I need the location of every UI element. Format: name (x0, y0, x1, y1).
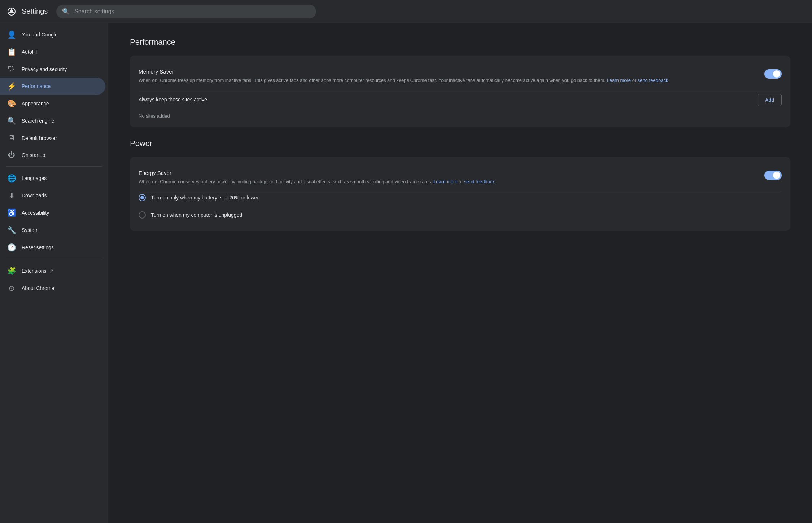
header: Settings 🔍 (0, 0, 812, 23)
energy-saver-text: Energy Saver When on, Chrome conserves b… (139, 170, 756, 185)
memory-saver-toggle-slider (764, 69, 782, 79)
energy-saver-row: Energy Saver When on, Chrome conserves b… (139, 164, 782, 192)
add-site-button[interactable]: Add (758, 94, 782, 106)
sidebar-item-reset-settings[interactable]: 🕐 Reset settings (0, 239, 105, 256)
sidebar-label: Extensions (22, 268, 46, 274)
always-keep-sites-title: Always keep these sites active (139, 97, 207, 102)
sidebar-divider-2 (6, 259, 102, 259)
search-engine-icon: 🔍 (7, 117, 16, 125)
always-keep-sites-section: Always keep these sites active Add No si… (139, 90, 782, 120)
sidebar-item-default-browser[interactable]: 🖥 Default browser (0, 129, 105, 146)
sidebar-label: Downloads (22, 193, 47, 198)
energy-saver-toggle[interactable] (764, 171, 782, 180)
sidebar-label: System (22, 227, 39, 233)
search-input[interactable] (74, 8, 310, 15)
sidebar-label: You and Google (22, 32, 58, 38)
svg-line-4 (8, 12, 10, 13)
sidebar-item-on-startup[interactable]: ⏻ On startup (0, 146, 105, 163)
svg-line-3 (13, 12, 15, 13)
reset-icon: 🕐 (7, 243, 16, 252)
sidebar: 👤 You and Google 📋 Autofill 🛡 Privacy an… (0, 23, 108, 523)
sidebar-item-search-engine[interactable]: 🔍 Search engine (0, 112, 105, 129)
on-startup-icon: ⏻ (7, 151, 16, 159)
default-browser-icon: 🖥 (7, 134, 16, 142)
sidebar-label: Appearance (22, 101, 49, 106)
memory-saver-learn-more-link[interactable]: Learn more (607, 78, 631, 83)
accessibility-icon: ♿ (7, 208, 16, 217)
autofill-icon: 📋 (7, 48, 16, 56)
layout: 👤 You and Google 📋 Autofill 🛡 Privacy an… (0, 23, 812, 523)
appearance-icon: 🎨 (7, 99, 16, 108)
main-content: Performance Memory Saver When on, Chrome… (108, 23, 812, 523)
power-section-title: Power (130, 139, 790, 148)
energy-saver-title: Energy Saver (139, 170, 756, 176)
system-icon: 🔧 (7, 226, 16, 234)
search-icon: 🔍 (62, 8, 70, 16)
sidebar-item-downloads[interactable]: ⬇ Downloads (0, 187, 105, 204)
person-icon: 👤 (7, 30, 16, 39)
energy-saver-radio-group: Turn on only when my battery is at 20% o… (139, 191, 782, 224)
sidebar-item-languages[interactable]: 🌐 Languages (0, 170, 105, 187)
chrome-logo-icon (6, 6, 17, 17)
radio-battery-20-label: Turn on only when my battery is at 20% o… (151, 195, 259, 201)
sidebar-item-about-chrome[interactable]: ⊙ About Chrome (0, 280, 105, 297)
power-card: Energy Saver When on, Chrome conserves b… (130, 157, 790, 231)
sidebar-divider (6, 166, 102, 167)
radio-battery-20-circle (139, 194, 146, 201)
sidebar-label: Privacy and security (22, 66, 67, 72)
sidebar-label: Languages (22, 175, 47, 181)
radio-unplugged-circle (139, 211, 146, 219)
sidebar-label: Search engine (22, 118, 54, 124)
downloads-icon: ⬇ (7, 191, 16, 200)
sidebar-label: On startup (22, 152, 45, 158)
sidebar-label: Default browser (22, 135, 57, 141)
logo: Settings (6, 6, 48, 17)
memory-saver-text: Memory Saver When on, Chrome frees up me… (139, 69, 756, 84)
search-bar: 🔍 (56, 5, 316, 18)
about-chrome-icon: ⊙ (7, 284, 16, 293)
performance-section-title: Performance (130, 38, 790, 47)
sidebar-item-system[interactable]: 🔧 System (0, 221, 105, 239)
energy-saver-learn-more-link[interactable]: Learn more (433, 179, 457, 184)
performance-icon: ⚡ (7, 82, 16, 91)
extensions-icon: 🧩 (7, 267, 16, 275)
shield-icon: 🛡 (7, 65, 16, 73)
sidebar-item-autofill[interactable]: 📋 Autofill (0, 43, 105, 61)
external-link-icon: ↗ (49, 268, 53, 274)
performance-card: Memory Saver When on, Chrome frees up me… (130, 56, 790, 127)
sidebar-label: Autofill (22, 49, 37, 55)
sites-section-header: Always keep these sites active Add (139, 90, 782, 107)
sidebar-item-appearance[interactable]: 🎨 Appearance (0, 95, 105, 112)
sidebar-label: Reset settings (22, 245, 54, 250)
radio-unplugged-label: Turn on when my computer is unplugged (151, 212, 242, 218)
sidebar-label: Performance (22, 83, 51, 89)
sidebar-label: Accessibility (22, 210, 49, 216)
energy-saver-toggle-slider (764, 171, 782, 180)
memory-saver-desc: When on, Chrome frees up memory from ina… (139, 77, 756, 84)
sidebar-item-performance[interactable]: ⚡ Performance (0, 78, 105, 95)
energy-saver-feedback-link[interactable]: send feedback (464, 179, 495, 184)
no-sites-label: No sites added (139, 107, 782, 120)
memory-saver-feedback-link[interactable]: send feedback (638, 78, 668, 83)
energy-saver-desc: When on, Chrome conserves battery power … (139, 178, 756, 185)
app-title: Settings (22, 7, 48, 16)
memory-saver-toggle[interactable] (764, 69, 782, 79)
extensions-label-group: Extensions ↗ (22, 268, 53, 274)
memory-saver-row: Memory Saver When on, Chrome frees up me… (139, 63, 782, 90)
sidebar-label: About Chrome (22, 285, 54, 291)
sidebar-item-accessibility[interactable]: ♿ Accessibility (0, 204, 105, 221)
languages-icon: 🌐 (7, 174, 16, 183)
sidebar-item-privacy-and-security[interactable]: 🛡 Privacy and security (0, 61, 105, 78)
sidebar-item-you-and-google[interactable]: 👤 You and Google (0, 26, 105, 43)
memory-saver-title: Memory Saver (139, 69, 756, 75)
radio-battery-20[interactable]: Turn on only when my battery is at 20% o… (139, 191, 782, 206)
svg-point-1 (10, 10, 13, 13)
sidebar-item-extensions[interactable]: 🧩 Extensions ↗ (0, 262, 105, 280)
radio-unplugged[interactable]: Turn on when my computer is unplugged (139, 206, 782, 224)
